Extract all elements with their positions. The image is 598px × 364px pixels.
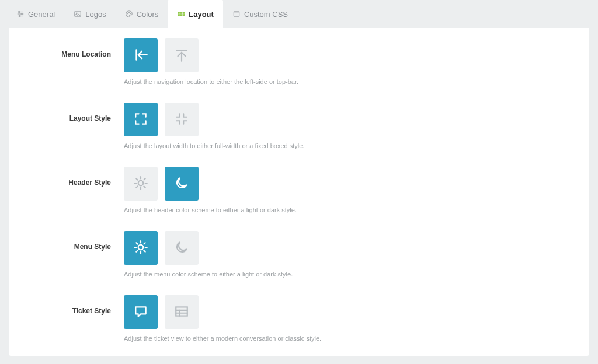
- header-style-dark[interactable]: [165, 167, 199, 201]
- tab-label: Layout: [189, 10, 214, 19]
- ticket-style-hint: Adjust the ticket view to either a moder…: [124, 335, 589, 342]
- layout-style-hint: Adjust the layout width to either full-w…: [124, 142, 589, 149]
- tab-label: Custom CSS: [244, 10, 288, 19]
- svg-line-31: [144, 178, 145, 180]
- menu-style-light[interactable]: [124, 231, 158, 265]
- sliders-icon: [16, 10, 25, 18]
- header-style-hint: Adjust the header color scheme to either…: [124, 206, 589, 214]
- svg-rect-17: [234, 12, 239, 16]
- svg-point-4: [21, 13, 22, 15]
- svg-line-30: [136, 186, 137, 187]
- tab-colors[interactable]: Colors: [116, 0, 168, 28]
- moon-icon: [174, 176, 189, 192]
- header-style-label: Header Style: [9, 167, 124, 187]
- menu-location-top[interactable]: [165, 38, 199, 72]
- header-style-choices: [124, 167, 589, 201]
- ticket-style-label: Ticket Style: [9, 295, 124, 315]
- svg-line-37: [136, 243, 137, 244]
- ticket-style-choices: [124, 295, 589, 329]
- menu-style-hint: Adjust the menu color scheme to either a…: [124, 271, 589, 278]
- svg-line-40: [144, 243, 145, 244]
- menu-location-left[interactable]: [124, 38, 158, 72]
- collapse-icon: [174, 111, 189, 128]
- layout-style-label: Layout Style: [9, 103, 124, 123]
- svg-rect-12: [180, 12, 182, 13]
- menu-location-label: Menu Location: [9, 38, 124, 58]
- svg-line-38: [144, 250, 145, 251]
- image-icon: [74, 10, 82, 18]
- row-menu-style: Menu Style Adjust the menu color scheme …: [9, 228, 589, 278]
- tab-layout[interactable]: Layout: [168, 0, 223, 28]
- moon-icon: [174, 240, 189, 257]
- svg-point-23: [138, 180, 144, 186]
- svg-rect-11: [178, 12, 180, 13]
- arrow-up-to-line-icon: [174, 47, 189, 64]
- header-style-light[interactable]: [124, 167, 158, 201]
- ticket-style-classic[interactable]: [165, 295, 199, 329]
- svg-rect-14: [178, 15, 180, 16]
- row-menu-location: Menu Location Adjust the navigation loca…: [9, 35, 589, 85]
- menu-location-hint: Adjust the navigation location to either…: [124, 78, 589, 85]
- svg-rect-41: [176, 307, 187, 316]
- layout-style-choices: [124, 103, 589, 136]
- tab-custom-css[interactable]: Custom CSS: [223, 0, 297, 28]
- svg-point-5: [19, 15, 20, 16]
- svg-rect-15: [180, 15, 182, 16]
- row-ticket-style: Ticket Style Adjust the ticket view to e…: [9, 292, 589, 342]
- sun-icon: [133, 240, 148, 257]
- sun-icon: [133, 176, 148, 192]
- palette-icon: [125, 10, 133, 18]
- layout-style-boxed[interactable]: [165, 103, 199, 136]
- menu-style-choices: [124, 231, 589, 265]
- ticket-style-conversation[interactable]: [124, 295, 158, 329]
- tab-logos[interactable]: Logos: [64, 0, 115, 28]
- chat-icon: [133, 304, 148, 321]
- svg-rect-16: [183, 15, 185, 16]
- svg-point-9: [128, 12, 129, 13]
- expand-icon: [133, 111, 148, 128]
- svg-line-39: [136, 250, 137, 251]
- svg-point-10: [130, 13, 131, 14]
- svg-point-3: [19, 11, 20, 12]
- tabs-bar: General Logos Colors Layout Custom CSS: [0, 0, 598, 28]
- menu-location-choices: [124, 38, 589, 72]
- tab-general[interactable]: General: [7, 0, 64, 28]
- menu-style-label: Menu Style: [9, 231, 124, 251]
- tab-label: General: [28, 10, 55, 19]
- arrow-left-to-line-icon: [133, 47, 148, 64]
- tab-label: Logos: [85, 10, 106, 19]
- layout-panel: Menu Location Adjust the navigation loca…: [9, 28, 589, 356]
- code-icon: [232, 10, 241, 18]
- table-icon: [174, 304, 189, 321]
- svg-line-28: [136, 178, 137, 180]
- tab-label: Colors: [137, 10, 159, 19]
- layout-style-full[interactable]: [124, 103, 158, 136]
- svg-point-8: [127, 13, 127, 14]
- row-layout-style: Layout Style Adjust the layout width to …: [9, 99, 589, 149]
- grid-icon: [177, 10, 185, 18]
- menu-style-dark[interactable]: [165, 231, 199, 265]
- svg-line-29: [144, 186, 145, 187]
- svg-point-32: [138, 244, 144, 250]
- row-header-style: Header Style Adjust the header color sch…: [9, 163, 589, 214]
- svg-rect-13: [183, 12, 185, 13]
